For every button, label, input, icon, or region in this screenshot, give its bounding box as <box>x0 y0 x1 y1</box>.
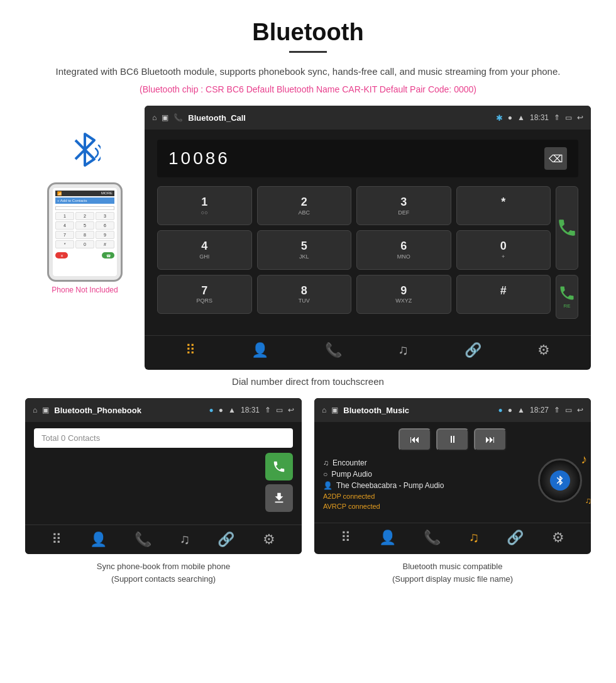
music-expand[interactable]: ⇑ <box>554 406 560 414</box>
music-time: 18:27 <box>530 406 549 414</box>
dial-key-3[interactable]: 3DEF <box>356 186 451 225</box>
next-track-button[interactable]: ⏭ <box>474 428 507 451</box>
pb-window[interactable]: ▭ <box>276 406 283 414</box>
redial-button[interactable]: RE <box>556 275 578 319</box>
dial-key-6[interactable]: 6MNO <box>356 230 451 269</box>
music-nav-music[interactable]: ♫ <box>468 530 479 546</box>
dial-key-1[interactable]: 1○○ <box>157 186 252 225</box>
pb-back[interactable]: ↩ <box>288 406 294 414</box>
pb-buttons <box>34 453 293 512</box>
phone-mockup: 📶MORE + Add to Contacts 1 2 3 4 5 6 7 8 … <box>47 182 123 282</box>
music-window[interactable]: ▭ <box>565 406 572 414</box>
music-controls: ⏮ ⏸ ⏭ <box>323 428 582 451</box>
a2dp-status: A2DP connected <box>323 492 529 500</box>
pb-time: 18:31 <box>241 406 260 414</box>
pb-screen-icon: ▣ <box>42 406 49 414</box>
phone-key: 5 <box>75 221 94 230</box>
nav-settings-icon[interactable]: ⚙ <box>537 342 550 358</box>
keypad-grid: 1○○ 2ABC 3DEF * 4GHI 5JKL 6MNO 0+ <box>157 186 578 319</box>
vinyl-disc: ♪ ♫ <box>538 458 582 503</box>
window-icon[interactable]: ▭ <box>565 113 572 122</box>
music-back[interactable]: ↩ <box>577 406 583 414</box>
music-text: ♫ Encounter ○ Pump Audio 👤 The Cheebacab… <box>323 458 529 510</box>
music-info: ♫ Encounter ○ Pump Audio 👤 The Cheebacab… <box>323 458 582 510</box>
music-nav-contacts[interactable]: 👤 <box>379 530 396 546</box>
dial-key-5[interactable]: 5JKL <box>257 230 352 269</box>
dot-icon: ● <box>508 113 512 122</box>
phone-key: 0 <box>75 240 94 248</box>
pb-nav-link[interactable]: 🔗 <box>217 531 234 548</box>
nav-call-icon[interactable]: 📞 <box>325 342 342 358</box>
backspace-button[interactable]: ⌫ <box>544 147 567 170</box>
screenshot-icon: ▣ <box>162 113 168 122</box>
pb-download-button[interactable] <box>265 484 293 512</box>
dial-key-9[interactable]: 9WXYZ <box>356 275 451 314</box>
music-status-left: ⌂ ▣ Bluetooth_Music <box>322 406 409 415</box>
music-status-bar: ⌂ ▣ Bluetooth_Music ● ● ▲ 18:27 ⇑ ▭ ↩ <box>314 398 591 422</box>
pb-call-button[interactable] <box>265 453 293 480</box>
vinyl-outer <box>538 458 582 503</box>
time-display: 18:31 <box>530 113 549 122</box>
avrcp-status: AVRCP connected <box>323 503 529 510</box>
pb-expand[interactable]: ⇑ <box>265 406 271 414</box>
nav-contacts-icon[interactable]: 👤 <box>251 342 268 358</box>
music-nav-call[interactable]: 📞 <box>424 530 441 546</box>
dial-key-4[interactable]: 4GHI <box>157 230 252 269</box>
number-display: 10086 ⌫ <box>157 140 578 177</box>
phonebook-card: ⌂ ▣ Bluetooth_Phonebook ● ● ▲ 18:31 ⇑ ▭ … <box>25 398 302 585</box>
pb-home-icon[interactable]: ⌂ <box>33 406 37 414</box>
pb-nav-call[interactable]: 📞 <box>135 531 151 548</box>
music-home-icon[interactable]: ⌂ <box>322 406 326 414</box>
car-status-right: ✱ ● ▲ 18:31 ⇑ ▭ ↩ <box>496 113 583 123</box>
phone-key: 9 <box>96 231 114 239</box>
pb-nav-music[interactable]: ♫ <box>179 531 190 548</box>
dial-key-7[interactable]: 7PQRS <box>157 275 252 314</box>
dial-key-8[interactable]: 8TUV <box>257 275 352 314</box>
expand-icon[interactable]: ⇑ <box>554 113 560 122</box>
play-pause-button[interactable]: ⏸ <box>436 428 469 451</box>
phone-key: 6 <box>96 221 114 230</box>
pb-status-bar: ⌂ ▣ Bluetooth_Phonebook ● ● ▲ 18:31 ⇑ ▭ … <box>25 398 302 422</box>
phonebook-search-box[interactable]: Total 0 Contacts <box>34 428 293 448</box>
pb-status-left: ⌂ ▣ Bluetooth_Phonebook <box>33 406 141 415</box>
track-2-name: Pump Audio <box>331 470 372 479</box>
nav-dialpad-icon[interactable]: ⠿ <box>185 342 195 358</box>
home-icon[interactable]: ⌂ <box>152 113 157 122</box>
music-status-right: ● ● ▲ 18:27 ⇑ ▭ ↩ <box>498 406 583 414</box>
music-card: ⌂ ▣ Bluetooth_Music ● ● ▲ 18:27 ⇑ ▭ ↩ <box>314 398 591 585</box>
pb-signal: ▲ <box>228 406 236 414</box>
music-nav-link[interactable]: 🔗 <box>507 530 524 546</box>
nav-music-icon[interactable]: ♫ <box>398 342 409 358</box>
pb-nav-dialpad[interactable]: ⠿ <box>52 531 62 548</box>
bt-status-icon: ✱ <box>496 113 503 123</box>
pb-nav-contacts[interactable]: 👤 <box>90 531 107 548</box>
back-icon[interactable]: ↩ <box>577 113 583 122</box>
phone-key: 1 <box>55 212 74 220</box>
car-status-bar: ⌂ ▣ 📞 Bluetooth_Call ✱ ● ▲ 18:31 ⇑ ▭ ↩ <box>145 106 591 130</box>
phone-aside: 📶MORE + Add to Contacts 1 2 3 4 5 6 7 8 … <box>25 106 145 294</box>
dial-key-star[interactable]: * <box>456 186 551 225</box>
prev-track-button[interactable]: ⏮ <box>399 428 431 451</box>
phone-key: 3 <box>96 212 114 220</box>
phone-key: 8 <box>75 231 94 239</box>
title-divider <box>289 51 327 53</box>
pb-nav-settings[interactable]: ⚙ <box>263 531 275 548</box>
track-1-name: Encounter <box>333 458 367 467</box>
phone-key: 2 <box>75 212 94 220</box>
call-button[interactable] <box>556 186 578 270</box>
car-screen-phonebook: ⌂ ▣ Bluetooth_Phonebook ● ● ▲ 18:31 ⇑ ▭ … <box>25 398 302 554</box>
dial-key-0[interactable]: 0+ <box>456 230 551 269</box>
music-nav-dialpad[interactable]: ⠿ <box>341 530 351 546</box>
vinyl-bluetooth-icon <box>550 470 570 491</box>
track-1: ♫ Encounter <box>323 458 529 467</box>
phone-icon: 📞 <box>173 113 183 122</box>
dial-key-2[interactable]: 2ABC <box>257 186 352 225</box>
pb-dot-blue: ● <box>209 406 214 414</box>
nav-link-icon[interactable]: 🔗 <box>465 342 481 358</box>
music-app-title: Bluetooth_Music <box>343 406 409 415</box>
page-title: Bluetooth <box>25 19 591 46</box>
music-nav-settings[interactable]: ⚙ <box>552 530 564 546</box>
music-dot: ● <box>508 406 512 414</box>
dial-key-hash[interactable]: # <box>456 275 551 314</box>
float-note-1-icon: ♪ <box>581 452 587 467</box>
